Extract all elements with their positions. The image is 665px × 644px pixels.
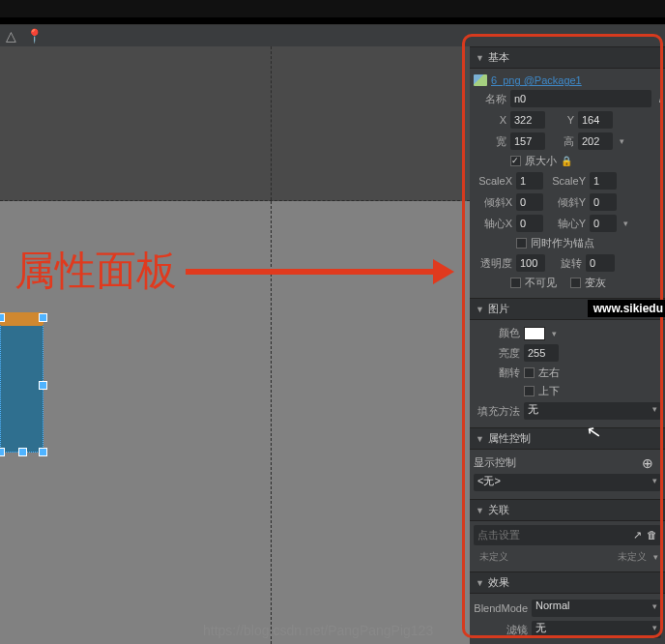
menu-bar-strip [0,17,665,25]
resize-handle[interactable] [40,449,46,455]
alpha-input[interactable] [516,254,545,272]
scaley-input[interactable] [590,172,617,190]
x-input[interactable] [510,111,545,129]
label: 填充方法 [474,404,520,419]
label: 颜色 [474,326,520,340]
label: 变灰 [585,276,606,290]
relation-target[interactable]: 点击设置 ↗ 🗑 [474,525,661,545]
trash-icon[interactable]: 🗑 [647,529,657,542]
section-relation: 点击设置 ↗ 🗑 未定义 未定义 ▾ [470,521,665,571]
selected-object[interactable] [0,317,43,453]
chevron-down-icon: ▼ [476,578,484,588]
display-ctrl-select[interactable]: <无> [474,474,661,491]
label: 亮度 [474,346,520,361]
chevron-down-icon[interactable]: ▾ [549,329,560,338]
label: 透明度 [474,256,512,271]
section-title: 效果 [488,575,509,590]
section-basic-header[interactable]: ▼ 基本 [470,46,665,69]
source-watermark: https://blog.csdn.net/PangPangPig123 [203,623,433,638]
section-effect-header[interactable]: ▼ 效果 [470,571,665,594]
canvas-top [0,46,470,201]
invisible-checkbox[interactable] [510,278,521,288]
label: 宽 [474,134,506,149]
label: 名称 [474,92,506,106]
name-input[interactable] [510,90,651,107]
skewx-input[interactable] [516,193,543,211]
resize-handle[interactable] [0,449,4,455]
label: 左右 [538,366,560,380]
label: BlendMode [474,602,528,614]
resize-handle[interactable] [19,449,26,455]
chevron-down-icon[interactable]: ▾ [651,552,661,562]
label: X [474,114,506,126]
pivotx-input[interactable] [516,215,543,232]
anchor-checkbox[interactable] [516,238,527,249]
skewy-input[interactable] [590,193,617,211]
rotate-input[interactable] [586,254,615,272]
height-input[interactable] [578,132,613,150]
title-bar [0,0,665,17]
info-icon[interactable]: i [655,93,665,104]
properties-panel: ▼ 基本 6_png @Package1 名称 i X Y 宽 高 [470,46,665,644]
chevron-down-icon: ▼ [476,53,484,63]
resize-handle[interactable] [40,382,46,389]
image-asset-icon [474,74,487,86]
chevron-down-icon[interactable]: ▾ [617,136,627,146]
section-title: 图片 [488,302,509,316]
pivoty-input[interactable] [590,215,617,232]
width-input[interactable] [510,132,545,150]
open-icon[interactable]: ↗ [633,529,642,542]
scalex-input[interactable] [516,172,543,190]
blendmode-select[interactable]: Normal [532,600,661,617]
lock-icon[interactable]: 🔒 [561,156,572,166]
label: 倾斜X [474,195,512,210]
color-swatch[interactable] [524,327,545,340]
resize-handle[interactable] [40,314,46,321]
gray-checkbox[interactable] [570,278,581,288]
section-basic: 6_png @Package1 名称 i X Y 宽 高 ▾ [470,69,665,298]
label: 同时作为锚点 [531,236,594,250]
y-input[interactable] [578,111,613,129]
asset-link[interactable]: 6_png @Package1 [491,74,582,86]
section-title: 属性控制 [488,431,531,446]
label: 不可见 [525,276,557,290]
label: 轴心X [474,217,512,231]
site-watermark: www.sikiedu [588,300,665,317]
label: 高 [549,134,574,149]
label: 轴心Y [547,217,586,231]
main-area: ▼ 基本 6_png @Package1 名称 i X Y 宽 高 [0,46,665,644]
pin-icon[interactable]: 📍 [26,28,43,44]
annotation-label: 属性面板 [14,244,177,298]
fill-method-select[interactable]: 无 [524,402,661,420]
resize-handle[interactable] [0,314,4,321]
section-propctrl: 显示控制 ⊕ <无> [470,450,665,499]
chevron-down-icon: ▼ [476,305,484,314]
flip-v-checkbox[interactable] [524,386,535,396]
chevron-down-icon: ▼ [476,434,484,444]
chevron-down-icon: ▼ [476,506,484,515]
filter-select[interactable]: 无 [532,621,661,638]
section-title: 关联 [488,503,509,517]
section-image: 颜色 ▾ 亮度 翻转 左右 上下 填充方法 无 [470,320,665,427]
chevron-down-icon[interactable]: ▾ [621,219,631,228]
orig-size-checkbox[interactable] [510,156,521,166]
flip-h-checkbox[interactable] [524,367,535,378]
label: 倾斜Y [547,195,586,210]
relation-placeholder: 点击设置 [477,528,520,542]
brightness-input[interactable] [524,344,559,362]
section-effect: BlendMode Normal 滤镜 无 [470,594,665,644]
plus-icon[interactable]: ⊕ [642,455,653,471]
label: 旋转 [549,256,582,271]
section-title: 基本 [488,50,509,65]
label: 未定义 [618,550,647,564]
triangle-icon[interactable]: △ [6,28,16,44]
label: Y [549,114,574,126]
annotation-arrow [186,269,435,275]
section-relation-header[interactable]: ▼ 关联 [470,499,665,521]
label: ScaleX [474,175,512,187]
label: 上下 [538,384,560,398]
label: 显示控制 [474,455,516,470]
section-propctrl-header[interactable]: ▼ 属性控制 [470,427,665,450]
canvas[interactable] [0,46,470,644]
toolbar: △ 📍 [0,25,665,46]
